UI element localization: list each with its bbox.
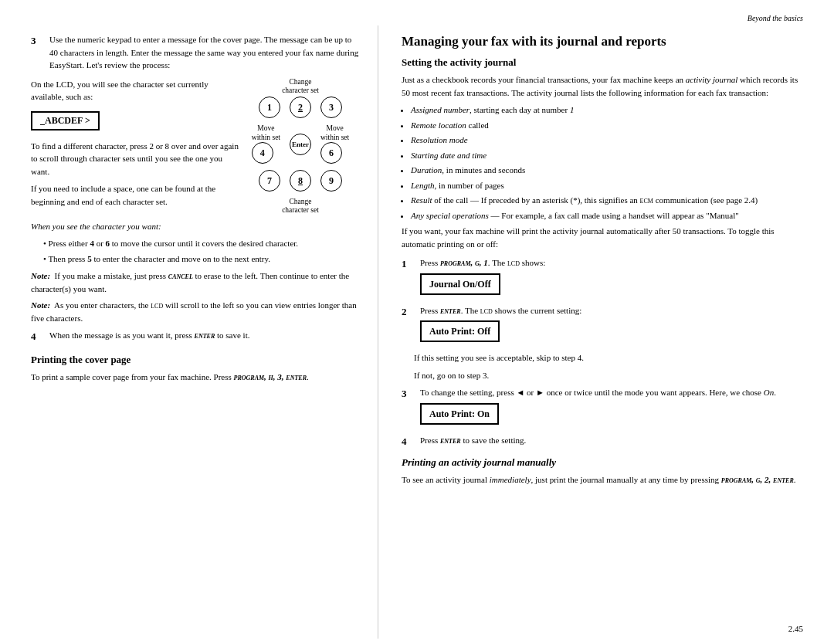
right-step3-content: To change the setting, press ◄ or ► once… — [420, 386, 803, 428]
bullet-duration: Duration, in minutes and seconds — [411, 164, 803, 177]
keypad-row1: 1 2 3 — [239, 97, 362, 118]
lcd-keypad-area: On the LCD, you will see the character s… — [31, 78, 362, 215]
key-4: 4 — [252, 142, 273, 164]
page-number: 2.45 — [788, 624, 803, 633]
step3-intro-text: Use the numeric keypad to enter a messag… — [49, 35, 358, 69]
bullet-special: Any special operations — For example, a … — [411, 209, 803, 222]
intro-text: Just as a checkbook records your financi… — [402, 73, 803, 99]
step3-content: Use the numeric keypad to enter a messag… — [49, 33, 362, 72]
move-left-group: Move within set 4 — [252, 124, 280, 164]
note2: Note: As you enter characters, the lcd w… — [31, 299, 362, 324]
bullet-assigned: Assigned number, starting each day at nu… — [411, 103, 803, 117]
right-step2-row: 2 Press enter. The lcd shows the current… — [402, 304, 803, 346]
step4-number: 4 — [31, 329, 46, 344]
bullet1-text: • Press either 4 or 6 to move the cursor… — [43, 237, 362, 250]
bullet2-text: • Then press 5 to enter the character an… — [43, 253, 362, 266]
right-step2-number: 2 — [402, 304, 417, 346]
right-step3-row: 3 To change the setting, press ◄ or ► on… — [402, 386, 803, 428]
change-top-label: Change character set — [239, 78, 362, 96]
when-you-see-text: When you see the character you want: — [31, 220, 362, 233]
key-7: 7 — [259, 170, 280, 192]
key-1: 1 — [259, 97, 280, 118]
bullet-starting: Starting date and time — [411, 149, 803, 162]
lcd3-box: Auto Print: On — [420, 403, 499, 425]
keypad-diagram: Change character set 1 2 3 Move within s… — [239, 78, 362, 215]
key-6: 6 — [320, 142, 342, 164]
right-step4-row: 4 Press enter to save the setting. — [402, 434, 803, 449]
lcd2-box: Auto Print: Off — [420, 320, 500, 342]
key-9: 9 — [320, 170, 342, 192]
right-step1-number: 1 — [402, 256, 417, 298]
main-title: Managing your fax with its journal and r… — [402, 33, 803, 50]
find-char-text: To find a different character, press 2 o… — [31, 140, 239, 178]
right-step4-content: Press enter to save the setting. — [420, 434, 803, 449]
space-text: If you need to include a space, one can … — [31, 182, 239, 208]
right-step4-number: 4 — [402, 434, 417, 449]
keypad-row2: Move within set 4 Enter Move within set … — [239, 124, 362, 164]
section1-title: Setting the activity journal — [402, 56, 803, 69]
cover-page-title: Printing the cover page — [31, 354, 362, 366]
manual-section: Printing an activity journal manually To… — [402, 456, 803, 486]
step3-number: 3 — [31, 33, 46, 72]
left-text-area: On the LCD, you will see the character s… — [31, 78, 239, 215]
note1: Note: If you make a mistake, just press … — [31, 269, 362, 295]
change-bottom-label: Change character set — [239, 198, 362, 215]
keypad-row3: 7 8 9 — [239, 170, 362, 192]
cover-page-section: Printing the cover page To print a sampl… — [31, 354, 362, 384]
bullet-remote: Remote location called — [411, 119, 803, 132]
step4-row: 4 When the message is as you want it, pr… — [31, 329, 362, 344]
right-step2-content: Press enter. The lcd shows the current s… — [420, 304, 803, 346]
header-text: Beyond the basics — [748, 14, 803, 22]
key-2: 2 — [290, 97, 311, 118]
right-step1-content: Press program, g, 1. The lcd shows: Jour… — [420, 256, 803, 298]
bullet-result: Result of the call — If preceded by an a… — [411, 194, 803, 207]
key-enter: Enter — [290, 134, 311, 155]
lcd-display: _ABCDEF > — [31, 111, 100, 130]
bullet-length: Length, in number of pages — [411, 179, 803, 192]
auto-print-intro: If you want, your fax machine will print… — [402, 225, 803, 250]
bullet-resolution: Resolution mode — [411, 134, 803, 147]
key-3: 3 — [320, 97, 342, 118]
step3-row: 3 Use the numeric keypad to enter a mess… — [31, 33, 362, 72]
move-right-group: Move within set 6 — [320, 124, 349, 164]
right-step1-row: 1 Press program, g, 1. The lcd shows: Jo… — [402, 256, 803, 298]
key-8: 8 — [290, 170, 311, 192]
lcd1-box: Journal On/Off — [420, 273, 500, 295]
step4-content: When the message is as you want it, pres… — [49, 329, 362, 344]
skip-text: If this setting you see is acceptable, s… — [414, 351, 803, 364]
manual-text: To see an activity journal immediately, … — [402, 473, 803, 486]
bullet-list: Assigned number, starting each day at nu… — [411, 103, 803, 222]
cover-page-text: To print a sample cover page from your f… — [31, 371, 362, 384]
if-not-text: If not, go on to step 3. — [414, 369, 803, 382]
lcd-intro-text: On the LCD, you will see the character s… — [31, 78, 239, 103]
page-footer: 2.45 — [788, 624, 803, 633]
right-step3-number: 3 — [402, 386, 417, 428]
section2-title: Printing an activity journal manually — [402, 456, 803, 469]
